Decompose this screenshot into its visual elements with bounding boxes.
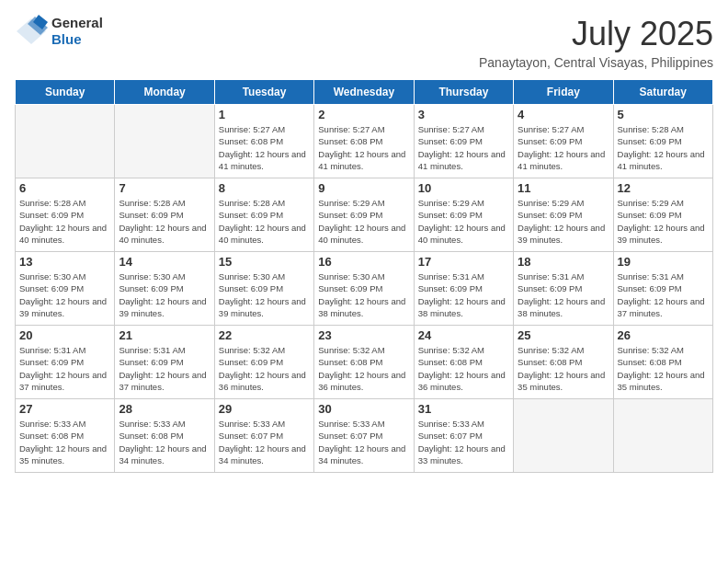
calendar-cell: 3Sunrise: 5:27 AM Sunset: 6:09 PM Daylig… [414, 105, 513, 178]
calendar-cell: 19Sunrise: 5:31 AM Sunset: 6:09 PM Dayli… [613, 252, 712, 326]
calendar-cell: 25Sunrise: 5:32 AM Sunset: 6:08 PM Dayli… [514, 326, 613, 399]
day-info: Sunrise: 5:28 AM Sunset: 6:09 PM Dayligh… [119, 197, 210, 246]
day-number: 28 [119, 402, 210, 416]
calendar-cell: 30Sunrise: 5:33 AM Sunset: 6:07 PM Dayli… [314, 399, 414, 473]
day-number: 12 [618, 181, 709, 195]
month-title: July 2025 [479, 15, 713, 53]
weekday-header: Saturday [613, 80, 712, 105]
day-number: 23 [318, 328, 409, 342]
day-info: Sunrise: 5:32 AM Sunset: 6:09 PM Dayligh… [219, 344, 310, 393]
calendar-cell: 21Sunrise: 5:31 AM Sunset: 6:09 PM Dayli… [115, 326, 214, 399]
calendar-table: SundayMondayTuesdayWednesdayThursdayFrid… [15, 79, 713, 473]
day-info: Sunrise: 5:27 AM Sunset: 6:08 PM Dayligh… [219, 123, 310, 172]
calendar-week-row: 20Sunrise: 5:31 AM Sunset: 6:09 PM Dayli… [16, 326, 713, 399]
calendar-cell: 23Sunrise: 5:32 AM Sunset: 6:08 PM Dayli… [314, 326, 414, 399]
calendar-cell: 5Sunrise: 5:28 AM Sunset: 6:09 PM Daylig… [613, 105, 712, 178]
weekday-header: Tuesday [214, 80, 313, 105]
day-number: 4 [518, 108, 609, 121]
day-info: Sunrise: 5:33 AM Sunset: 6:08 PM Dayligh… [119, 418, 210, 466]
day-number: 3 [418, 108, 509, 121]
day-info: Sunrise: 5:31 AM Sunset: 6:09 PM Dayligh… [518, 270, 609, 319]
calendar-cell: 26Sunrise: 5:32 AM Sunset: 6:08 PM Dayli… [613, 326, 712, 399]
calendar-week-row: 6Sunrise: 5:28 AM Sunset: 6:09 PM Daylig… [16, 178, 713, 252]
calendar-cell: 9Sunrise: 5:29 AM Sunset: 6:09 PM Daylig… [314, 178, 414, 252]
calendar-cell: 24Sunrise: 5:32 AM Sunset: 6:08 PM Dayli… [414, 326, 513, 399]
day-number: 7 [119, 181, 210, 195]
day-number: 6 [19, 181, 110, 195]
day-number: 16 [318, 255, 409, 269]
logo: General Blue [15, 15, 103, 48]
day-number: 30 [318, 402, 409, 416]
calendar-cell: 31Sunrise: 5:33 AM Sunset: 6:07 PM Dayli… [414, 399, 513, 473]
day-number: 18 [518, 255, 609, 269]
calendar-cell: 15Sunrise: 5:30 AM Sunset: 6:09 PM Dayli… [214, 252, 313, 326]
day-number: 5 [618, 108, 709, 121]
day-info: Sunrise: 5:30 AM Sunset: 6:09 PM Dayligh… [119, 270, 210, 319]
day-info: Sunrise: 5:30 AM Sunset: 6:09 PM Dayligh… [219, 270, 310, 319]
day-info: Sunrise: 5:27 AM Sunset: 6:09 PM Dayligh… [418, 123, 509, 172]
day-number: 21 [119, 328, 210, 342]
day-number: 1 [219, 108, 310, 121]
day-number: 27 [19, 402, 110, 416]
calendar-cell: 20Sunrise: 5:31 AM Sunset: 6:09 PM Dayli… [16, 326, 115, 399]
day-number: 13 [19, 255, 110, 269]
day-info: Sunrise: 5:28 AM Sunset: 6:09 PM Dayligh… [219, 197, 310, 246]
logo-general: General [51, 15, 103, 30]
weekday-header: Friday [514, 80, 613, 105]
logo-icon [15, 15, 48, 48]
day-info: Sunrise: 5:27 AM Sunset: 6:08 PM Dayligh… [318, 123, 409, 172]
calendar-cell: 18Sunrise: 5:31 AM Sunset: 6:09 PM Dayli… [514, 252, 613, 326]
weekday-header-row: SundayMondayTuesdayWednesdayThursdayFrid… [16, 80, 713, 105]
day-number: 29 [219, 402, 310, 416]
calendar-cell: 27Sunrise: 5:33 AM Sunset: 6:08 PM Dayli… [16, 399, 115, 473]
calendar-cell: 8Sunrise: 5:28 AM Sunset: 6:09 PM Daylig… [214, 178, 313, 252]
calendar-cell [613, 399, 712, 473]
calendar-cell: 29Sunrise: 5:33 AM Sunset: 6:07 PM Dayli… [214, 399, 313, 473]
weekday-header: Sunday [16, 80, 115, 105]
day-number: 25 [518, 328, 609, 342]
weekday-header: Monday [115, 80, 214, 105]
location-title: Panaytayon, Central Visayas, Philippines [479, 55, 713, 70]
day-info: Sunrise: 5:30 AM Sunset: 6:09 PM Dayligh… [19, 270, 110, 319]
calendar-cell: 17Sunrise: 5:31 AM Sunset: 6:09 PM Dayli… [414, 252, 513, 326]
day-info: Sunrise: 5:30 AM Sunset: 6:09 PM Dayligh… [318, 270, 409, 319]
day-number: 22 [219, 328, 310, 342]
calendar-cell: 2Sunrise: 5:27 AM Sunset: 6:08 PM Daylig… [314, 105, 414, 178]
day-info: Sunrise: 5:32 AM Sunset: 6:08 PM Dayligh… [418, 344, 509, 393]
day-number: 20 [19, 328, 110, 342]
day-number: 10 [418, 181, 509, 195]
day-info: Sunrise: 5:29 AM Sunset: 6:09 PM Dayligh… [518, 197, 609, 246]
calendar-cell: 13Sunrise: 5:30 AM Sunset: 6:09 PM Dayli… [16, 252, 115, 326]
calendar-cell: 4Sunrise: 5:27 AM Sunset: 6:09 PM Daylig… [514, 105, 613, 178]
day-number: 2 [318, 108, 409, 121]
day-info: Sunrise: 5:29 AM Sunset: 6:09 PM Dayligh… [318, 197, 409, 246]
calendar-week-row: 27Sunrise: 5:33 AM Sunset: 6:08 PM Dayli… [16, 399, 713, 473]
calendar-cell [115, 105, 214, 178]
calendar-cell: 7Sunrise: 5:28 AM Sunset: 6:09 PM Daylig… [115, 178, 214, 252]
calendar-cell: 28Sunrise: 5:33 AM Sunset: 6:08 PM Dayli… [115, 399, 214, 473]
calendar-cell [16, 105, 115, 178]
calendar-cell: 1Sunrise: 5:27 AM Sunset: 6:08 PM Daylig… [214, 105, 313, 178]
day-number: 11 [518, 181, 609, 195]
page-header: General Blue July 2025 Panaytayon, Centr… [15, 15, 713, 70]
calendar-cell: 10Sunrise: 5:29 AM Sunset: 6:09 PM Dayli… [414, 178, 513, 252]
day-info: Sunrise: 5:33 AM Sunset: 6:07 PM Dayligh… [318, 418, 409, 466]
day-number: 17 [418, 255, 509, 269]
day-info: Sunrise: 5:29 AM Sunset: 6:09 PM Dayligh… [618, 197, 709, 246]
day-info: Sunrise: 5:31 AM Sunset: 6:09 PM Dayligh… [618, 270, 709, 319]
day-info: Sunrise: 5:31 AM Sunset: 6:09 PM Dayligh… [19, 344, 110, 393]
day-info: Sunrise: 5:31 AM Sunset: 6:09 PM Dayligh… [119, 344, 210, 393]
day-number: 24 [418, 328, 509, 342]
day-info: Sunrise: 5:28 AM Sunset: 6:09 PM Dayligh… [19, 197, 110, 246]
day-info: Sunrise: 5:31 AM Sunset: 6:09 PM Dayligh… [418, 270, 509, 319]
logo-blue: Blue [51, 31, 82, 47]
day-number: 26 [618, 328, 709, 342]
day-number: 9 [318, 181, 409, 195]
day-number: 19 [618, 255, 709, 269]
calendar-cell: 6Sunrise: 5:28 AM Sunset: 6:09 PM Daylig… [16, 178, 115, 252]
title-area: July 2025 Panaytayon, Central Visayas, P… [479, 15, 713, 70]
day-number: 31 [418, 402, 509, 416]
calendar-week-row: 13Sunrise: 5:30 AM Sunset: 6:09 PM Dayli… [16, 252, 713, 326]
weekday-header: Thursday [414, 80, 513, 105]
day-info: Sunrise: 5:33 AM Sunset: 6:07 PM Dayligh… [219, 418, 310, 466]
